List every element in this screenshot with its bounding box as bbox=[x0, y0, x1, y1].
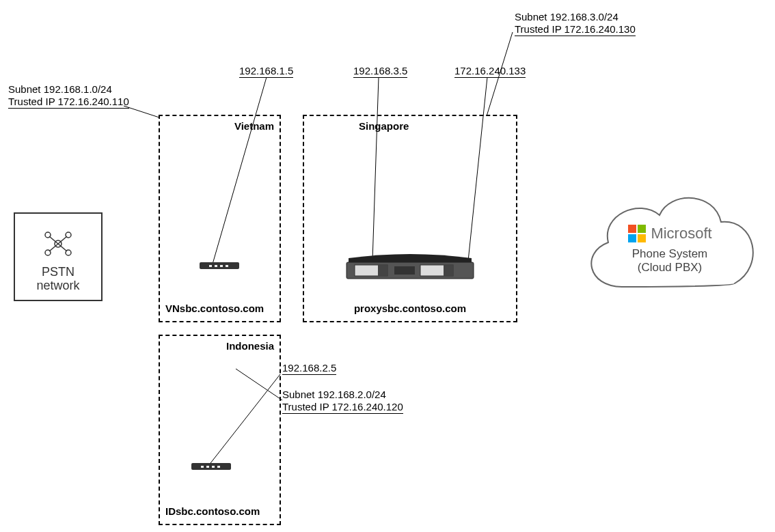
sbc-device-icon bbox=[191, 463, 231, 470]
site-box-indonesia: Indonesia IDsbc.contoso.com bbox=[159, 335, 281, 525]
svg-line-12 bbox=[49, 236, 58, 244]
vietnam-trusted-text: Trusted IP 172.16.240.110 bbox=[8, 96, 129, 109]
site-title-vietnam: Vietnam bbox=[234, 120, 274, 132]
singapore-external-ip-label: 172.16.240.133 bbox=[454, 65, 526, 78]
svg-rect-21 bbox=[444, 265, 453, 276]
site-box-singapore: Singapore proxysbc.contoso.com bbox=[303, 115, 517, 322]
vietnam-ip-label: 192.168.1.5 bbox=[239, 65, 293, 78]
cloud-brand: Microsoft bbox=[651, 225, 711, 242]
pstn-network-box: PSTN network bbox=[14, 212, 103, 301]
cloud-line2: (Cloud PBX) bbox=[574, 261, 765, 275]
cloud-line1: Phone System bbox=[574, 247, 765, 261]
svg-line-13 bbox=[58, 236, 67, 244]
site-box-vietnam: Vietnam VNsbc.contoso.com bbox=[159, 115, 281, 322]
svg-rect-22 bbox=[394, 266, 415, 275]
svg-rect-23 bbox=[628, 225, 636, 233]
svg-rect-26 bbox=[638, 234, 646, 242]
indonesia-domain: IDsbc.contoso.com bbox=[165, 505, 260, 517]
singapore-trusted-text: Trusted IP 172.16.240.130 bbox=[515, 23, 636, 36]
singapore-subnet-trusted-label: Subnet 192.168.3.0/24 Trusted IP 172.16.… bbox=[515, 11, 636, 36]
singapore-domain: proxysbc.contoso.com bbox=[304, 303, 516, 314]
cloud-content: Microsoft Phone System (Cloud PBX) bbox=[574, 224, 765, 275]
proxy-sbc-icon bbox=[345, 250, 475, 284]
singapore-proxy-ip-label: 192.168.3.5 bbox=[353, 65, 407, 78]
vietnam-subnet-text: Subnet 192.168.1.0/24 bbox=[8, 83, 129, 96]
cloud-microsoft-phone-system: Microsoft Phone System (Cloud PBX) bbox=[574, 171, 765, 314]
microsoft-logo-icon bbox=[627, 224, 647, 243]
singapore-subnet-text: Subnet 192.168.3.0/24 bbox=[515, 11, 636, 23]
site-title-indonesia: Indonesia bbox=[226, 340, 274, 352]
svg-line-15 bbox=[58, 244, 67, 251]
svg-rect-24 bbox=[638, 225, 646, 233]
indonesia-subnet-text: Subnet 192.168.2.0/24 bbox=[282, 389, 403, 401]
site-title-singapore: Singapore bbox=[359, 120, 409, 132]
vietnam-subnet-trusted-label: Subnet 192.168.1.0/24 Trusted IP 172.16.… bbox=[8, 83, 129, 109]
diagram-canvas: Subnet 192.168.1.0/24 Trusted IP 172.16.… bbox=[0, 0, 775, 532]
sbc-device-icon bbox=[200, 262, 239, 269]
network-icon bbox=[41, 227, 75, 261]
indonesia-trusted-text: Trusted IP 172.16.240.120 bbox=[282, 401, 403, 414]
svg-rect-25 bbox=[628, 234, 636, 242]
svg-line-14 bbox=[49, 244, 58, 251]
indonesia-ip-label: 192.168.2.5 bbox=[282, 362, 336, 375]
indonesia-subnet-trusted-label: Subnet 192.168.2.0/24 Trusted IP 172.16.… bbox=[282, 389, 403, 414]
pstn-label: PSTN network bbox=[36, 265, 79, 293]
vietnam-domain: VNsbc.contoso.com bbox=[165, 303, 264, 314]
svg-rect-19 bbox=[378, 265, 388, 276]
